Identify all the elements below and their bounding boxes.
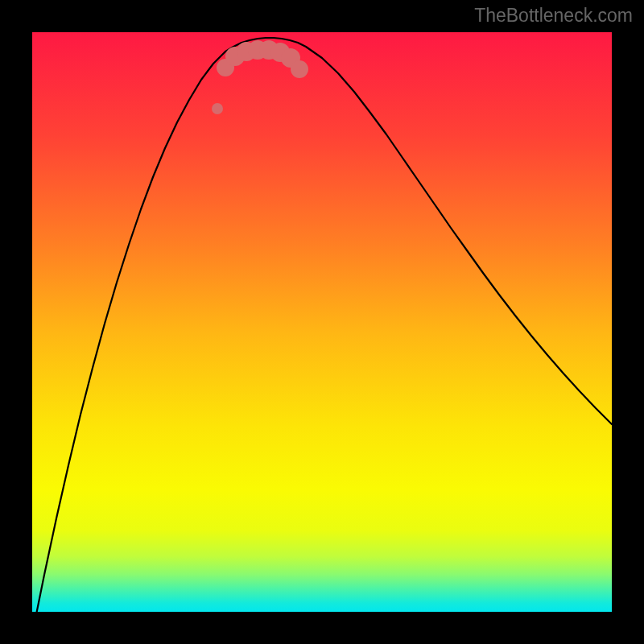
plot-area [32, 32, 612, 612]
bottleneck-curve [32, 38, 612, 612]
sweet-spot-dot [212, 103, 223, 114]
chart-frame: TheBottleneck.com [0, 0, 644, 644]
sweet-spot-dot [291, 60, 308, 78]
watermark-text: TheBottleneck.com [474, 5, 633, 27]
curve-layer [32, 32, 612, 612]
